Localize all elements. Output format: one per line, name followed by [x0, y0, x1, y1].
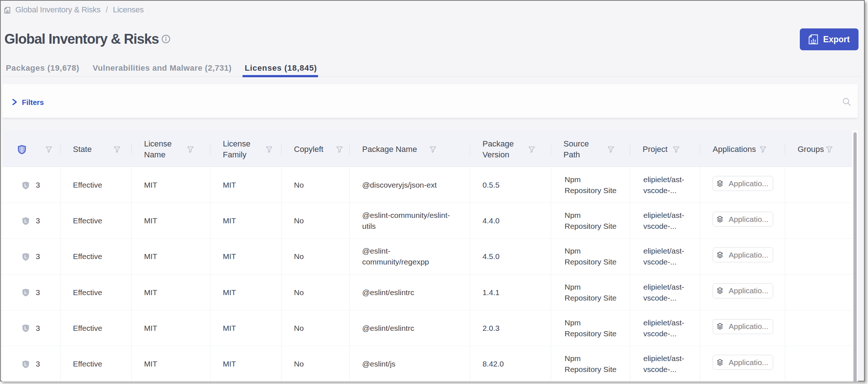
svg-text:L: L [24, 254, 27, 259]
svg-text:L: L [24, 326, 27, 331]
svg-text:L: L [24, 362, 27, 367]
svg-text:L: L [24, 290, 27, 295]
svg-text:L: L [24, 219, 27, 224]
svg-text:L: L [24, 183, 27, 188]
